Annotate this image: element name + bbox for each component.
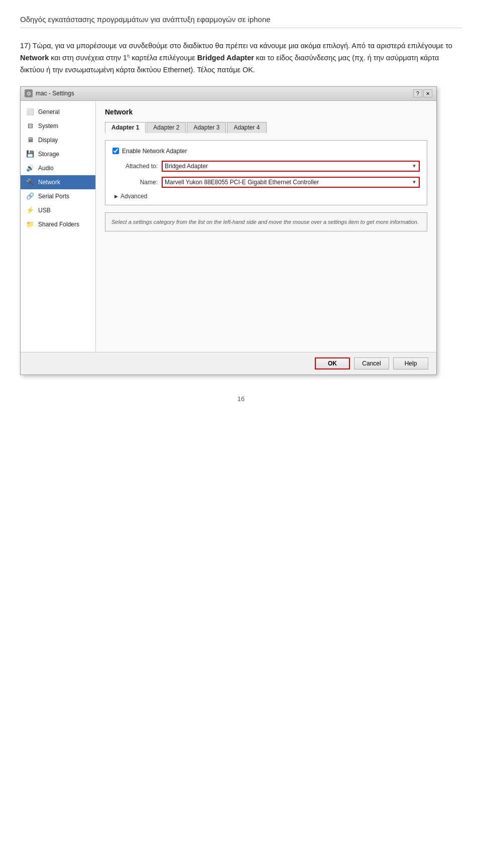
main-panel: Network Adapter 1 Adapter 2 Adapter 3 Ad… [96, 101, 436, 352]
tab-adapter4[interactable]: Adapter 4 [227, 122, 266, 133]
enable-network-row: Enable Network Adapter [112, 148, 420, 155]
system-icon: ⊟ [26, 121, 35, 131]
sidebar-item-storage[interactable]: 💾 Storage [21, 147, 95, 161]
sidebar-item-usb[interactable]: ⚡ USB [21, 203, 95, 217]
name-row: Name: Marvell Yukon 88E8055 PCI-E Gigabi… [112, 177, 420, 188]
dialog-title-icon: ⚙ [25, 89, 33, 97]
page-number: 16 [20, 395, 462, 403]
sidebar-item-display[interactable]: 🖥 Display [21, 133, 95, 147]
name-dropdown-arrow: ▼ [412, 179, 417, 185]
sidebar-item-general[interactable]: ⬜ General [21, 105, 95, 119]
audio-icon: 🔊 [26, 164, 35, 173]
dialog-body: ⬜ General ⊟ System 🖥 Display 💾 Storage 🔊 [21, 101, 436, 352]
info-bar: Select a settings category from the list… [105, 212, 427, 232]
general-icon: ⬜ [26, 107, 35, 116]
display-icon: 🖥 [26, 136, 35, 145]
dialog-title: ⚙ mac - Settings [25, 89, 74, 97]
storage-icon: 💾 [26, 150, 35, 159]
attached-label: Attached to: [112, 163, 158, 170]
titlebar-buttons: ? ✕ [413, 89, 432, 97]
sidebar-item-network[interactable]: 🔌 Network [21, 175, 95, 189]
help-button[interactable]: Help [393, 357, 428, 369]
sidebar-item-audio[interactable]: 🔊 Audio [21, 161, 95, 175]
attached-to-row: Attached to: Bridged Adapter ▼ [112, 161, 420, 172]
tab-adapter1[interactable]: Adapter 1 [105, 122, 146, 133]
section-title: Network [105, 108, 427, 116]
dialog-wrapper: ⚙ mac - Settings ? ✕ ⬜ General ⊟ System [20, 86, 462, 375]
ok-button[interactable]: OK [315, 357, 350, 369]
enable-network-label: Enable Network Adapter [122, 148, 187, 155]
advanced-label: Advanced [120, 193, 147, 200]
dialog-titlebar: ⚙ mac - Settings ? ✕ [21, 87, 436, 101]
close-titlebar-button[interactable]: ✕ [423, 89, 432, 97]
help-titlebar-button[interactable]: ? [413, 89, 422, 97]
page-header: Οδηγός εγκατάστασης προγραμμάτων για ανά… [20, 15, 462, 28]
enable-network-checkbox[interactable] [112, 148, 119, 154]
name-label: Name: [112, 179, 158, 186]
paragraph-17: 17) Τώρα, για να μπορέσουμε να συνδεθούμ… [20, 40, 462, 76]
sidebar-item-system[interactable]: ⊟ System [21, 119, 95, 133]
cancel-button[interactable]: Cancel [354, 357, 389, 369]
attached-dropdown-arrow: ▼ [412, 163, 417, 169]
sidebar-item-shared-folders[interactable]: 📁 Shared Folders [21, 217, 95, 231]
sidebar: ⬜ General ⊟ System 🖥 Display 💾 Storage 🔊 [21, 101, 96, 352]
name-dropdown[interactable]: Marvell Yukon 88E8055 PCI-E Gigabit Ethe… [162, 177, 420, 188]
attached-dropdown[interactable]: Bridged Adapter ▼ [162, 161, 420, 172]
adapter-tabs: Adapter 1 Adapter 2 Adapter 3 Adapter 4 [105, 122, 427, 133]
tab-adapter3[interactable]: Adapter 3 [187, 122, 226, 133]
shared-folders-icon: 📁 [26, 220, 35, 229]
dialog-footer: OK Cancel Help [21, 352, 436, 375]
settings-dialog: ⚙ mac - Settings ? ✕ ⬜ General ⊟ System [20, 86, 437, 375]
advanced-row[interactable]: ▶ Advanced [112, 193, 420, 200]
advanced-triangle-icon: ▶ [114, 194, 118, 199]
network-icon: 🔌 [26, 178, 35, 187]
sidebar-item-serial-ports[interactable]: 🔗 Serial Ports [21, 189, 95, 203]
usb-icon: ⚡ [26, 206, 35, 215]
serial-ports-icon: 🔗 [26, 192, 35, 201]
tab-adapter2[interactable]: Adapter 2 [147, 122, 186, 133]
tab-panel: Enable Network Adapter Attached to: Brid… [105, 140, 427, 205]
